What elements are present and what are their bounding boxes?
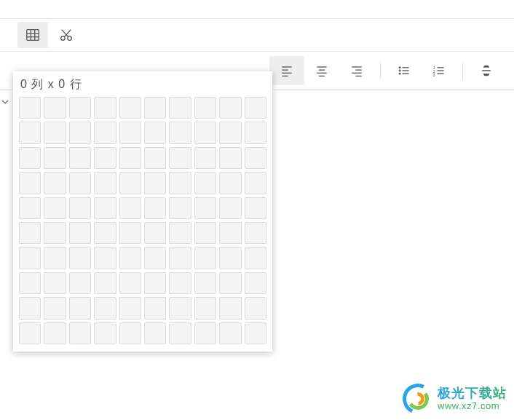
table-size-cell[interactable] [219, 97, 241, 119]
table-size-cell[interactable] [194, 172, 216, 194]
table-size-cell[interactable] [219, 222, 241, 244]
table-size-cell[interactable] [194, 272, 216, 294]
table-size-cell[interactable] [44, 197, 66, 219]
table-size-cell[interactable] [194, 97, 216, 119]
table-size-cell[interactable] [44, 222, 66, 244]
table-size-cell[interactable] [169, 322, 191, 344]
table-size-cell[interactable] [19, 197, 41, 219]
table-size-cell[interactable] [19, 172, 41, 194]
table-size-cell[interactable] [44, 172, 66, 194]
table-size-cell[interactable] [219, 247, 241, 269]
table-size-cell[interactable] [94, 147, 116, 169]
table-size-cell[interactable] [94, 97, 116, 119]
insert-table-button[interactable] [17, 22, 48, 48]
table-size-cell[interactable] [19, 222, 41, 244]
strikethrough-button[interactable] [469, 56, 504, 85]
table-size-cell[interactable] [69, 272, 91, 294]
table-size-cell[interactable] [245, 272, 266, 294]
table-size-cell[interactable] [245, 197, 266, 219]
table-size-cell[interactable] [19, 322, 41, 344]
table-size-cell[interactable] [94, 197, 116, 219]
table-size-cell[interactable] [69, 122, 91, 143]
table-size-cell[interactable] [245, 297, 266, 319]
table-size-cell[interactable] [144, 172, 166, 194]
table-size-cell[interactable] [245, 122, 266, 143]
table-size-cell[interactable] [144, 147, 166, 169]
table-size-cell[interactable] [144, 222, 166, 244]
table-size-cell[interactable] [44, 147, 66, 169]
table-size-cell[interactable] [69, 322, 91, 344]
table-size-cell[interactable] [245, 172, 266, 194]
table-size-cell[interactable] [219, 322, 241, 344]
table-size-cell[interactable] [119, 122, 141, 143]
table-size-cell[interactable] [144, 297, 166, 319]
table-size-cell[interactable] [19, 247, 41, 269]
table-size-cell[interactable] [119, 322, 141, 344]
table-size-cell[interactable] [94, 122, 116, 143]
table-size-cell[interactable] [94, 222, 116, 244]
table-size-cell[interactable] [169, 172, 191, 194]
table-size-cell[interactable] [19, 272, 41, 294]
table-size-cell[interactable] [119, 97, 141, 119]
align-right-button[interactable] [339, 56, 374, 85]
bullet-list-button[interactable] [387, 56, 422, 85]
table-size-cell[interactable] [19, 97, 41, 119]
table-size-cell[interactable] [194, 222, 216, 244]
table-size-cell[interactable] [119, 297, 141, 319]
table-size-cell[interactable] [44, 247, 66, 269]
table-size-cell[interactable] [144, 322, 166, 344]
table-size-cell[interactable] [194, 247, 216, 269]
table-size-cell[interactable] [194, 122, 216, 143]
table-size-cell[interactable] [44, 97, 66, 119]
table-size-cell[interactable] [169, 97, 191, 119]
table-size-cell[interactable] [69, 172, 91, 194]
table-size-cell[interactable] [119, 197, 141, 219]
table-size-cell[interactable] [69, 97, 91, 119]
table-size-cell[interactable] [119, 172, 141, 194]
left-cropped-control[interactable] [0, 93, 9, 111]
table-size-cell[interactable] [245, 147, 266, 169]
table-size-cell[interactable] [194, 147, 216, 169]
table-size-cell[interactable] [144, 247, 166, 269]
table-size-cell[interactable] [119, 222, 141, 244]
table-size-cell[interactable] [219, 147, 241, 169]
table-size-cell[interactable] [94, 247, 116, 269]
table-size-cell[interactable] [169, 122, 191, 143]
table-size-cell[interactable] [19, 297, 41, 319]
table-size-cell[interactable] [44, 322, 66, 344]
table-size-cell[interactable] [44, 272, 66, 294]
table-size-cell[interactable] [69, 147, 91, 169]
table-size-cell[interactable] [194, 322, 216, 344]
table-size-cell[interactable] [144, 272, 166, 294]
table-size-cell[interactable] [69, 247, 91, 269]
table-size-cell[interactable] [119, 147, 141, 169]
align-center-button[interactable] [304, 56, 339, 85]
table-size-cell[interactable] [119, 247, 141, 269]
table-size-cell[interactable] [19, 147, 41, 169]
table-size-cell[interactable] [219, 197, 241, 219]
table-size-cell[interactable] [69, 222, 91, 244]
table-size-cell[interactable] [69, 297, 91, 319]
table-size-cell[interactable] [169, 247, 191, 269]
table-size-cell[interactable] [19, 122, 41, 143]
table-size-cell[interactable] [245, 322, 266, 344]
table-size-cell[interactable] [119, 272, 141, 294]
table-size-cell[interactable] [245, 247, 266, 269]
table-size-cell[interactable] [219, 122, 241, 143]
table-size-cell[interactable] [169, 272, 191, 294]
cut-button[interactable] [51, 22, 82, 48]
table-size-cell[interactable] [144, 122, 166, 143]
table-size-grid[interactable] [19, 97, 266, 344]
table-size-cell[interactable] [169, 147, 191, 169]
table-size-cell[interactable] [169, 222, 191, 244]
table-size-cell[interactable] [245, 97, 266, 119]
table-size-cell[interactable] [144, 197, 166, 219]
table-size-cell[interactable] [94, 172, 116, 194]
table-size-cell[interactable] [219, 297, 241, 319]
table-size-cell[interactable] [194, 297, 216, 319]
number-list-button[interactable]: 1 2 3 [422, 56, 456, 85]
table-size-cell[interactable] [69, 197, 91, 219]
table-size-cell[interactable] [44, 297, 66, 319]
table-size-cell[interactable] [219, 172, 241, 194]
table-size-cell[interactable] [94, 297, 116, 319]
